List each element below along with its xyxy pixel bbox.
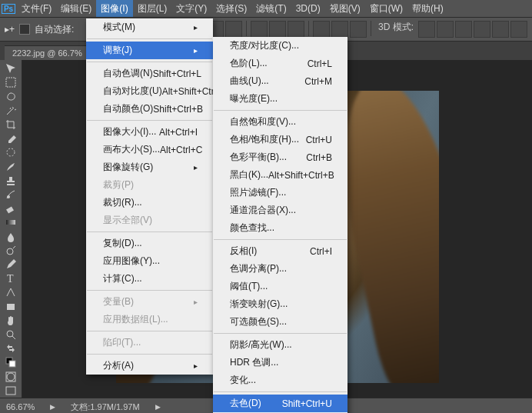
rect-tool-icon[interactable] bbox=[2, 300, 20, 312]
menu-item[interactable]: 画布大小(S)...Alt+Ctrl+C bbox=[86, 141, 213, 158]
menu-item[interactable]: 渐变映射(G)... bbox=[213, 295, 347, 313]
menu-item[interactable]: HDR 色调... bbox=[213, 354, 347, 371]
menu-item[interactable]: 黑白(K)...Alt+Shift+Ctrl+B bbox=[213, 166, 347, 184]
screen-tool-icon[interactable] bbox=[2, 385, 20, 397]
menu-item[interactable]: 自动对比度(U)Alt+Shift+Ctrl+L bbox=[86, 82, 213, 100]
qmask-tool-icon[interactable] bbox=[2, 370, 20, 382]
menu-item[interactable]: 分析(A) bbox=[86, 357, 213, 375]
3d-icon[interactable] bbox=[474, 21, 490, 38]
menu-item-shortcut: Shift+Ctrl+L bbox=[153, 68, 201, 79]
marquee-tool-icon[interactable] bbox=[2, 76, 20, 88]
align-icon[interactable] bbox=[225, 21, 242, 38]
menu-5[interactable]: 选择(S) bbox=[211, 0, 251, 17]
wand-tool-icon[interactable] bbox=[2, 105, 20, 117]
3d-icon[interactable] bbox=[437, 21, 454, 38]
svg-rect-3 bbox=[6, 207, 14, 214]
menu-item[interactable]: 色彩平衡(B)...Ctrl+B bbox=[213, 148, 347, 166]
menu-item[interactable]: 调整(J) bbox=[86, 42, 213, 59]
menu-item[interactable]: 阴影/高光(W)... bbox=[213, 336, 347, 354]
menu-item[interactable]: 曲线(U)...Ctrl+M bbox=[213, 72, 347, 90]
menu-6[interactable]: 滤镜(T) bbox=[251, 0, 291, 17]
menu-item[interactable]: 色调分离(P)... bbox=[213, 260, 347, 278]
3d-icon[interactable] bbox=[455, 21, 472, 38]
menu-item: 变量(B) bbox=[86, 293, 213, 311]
distribute-icon[interactable] bbox=[331, 21, 348, 38]
history-tool-icon[interactable] bbox=[2, 188, 20, 201]
stamp-tool-icon[interactable] bbox=[2, 175, 20, 187]
menu-item[interactable]: 计算(C)... bbox=[86, 270, 213, 288]
menu-item[interactable]: 阈值(T)... bbox=[213, 278, 347, 295]
path-tool-icon[interactable] bbox=[2, 286, 20, 298]
menu-10[interactable]: 帮助(H) bbox=[407, 0, 448, 17]
move-tool-icon[interactable] bbox=[2, 62, 20, 75]
eyedrop-tool-icon[interactable] bbox=[2, 132, 20, 145]
menu-item[interactable]: 颜色查找... bbox=[213, 219, 347, 237]
menu-item[interactable]: 去色(D)Shift+Ctrl+U bbox=[213, 395, 347, 412]
lasso-tool-icon[interactable] bbox=[2, 90, 20, 102]
menu-item[interactable]: 色阶(L)...Ctrl+L bbox=[213, 55, 347, 72]
menu-9[interactable]: 窗口(W) bbox=[365, 0, 407, 17]
menu-4[interactable]: 文字(Y) bbox=[171, 0, 211, 17]
gradient-tool-icon[interactable] bbox=[2, 216, 20, 228]
separator bbox=[87, 231, 212, 232]
auto-select-checkbox[interactable] bbox=[19, 24, 30, 35]
menu-8[interactable]: 视图(V) bbox=[325, 0, 365, 17]
menu-item[interactable]: 照片滤镜(F)... bbox=[213, 184, 347, 202]
menu-item[interactable]: 图像旋转(G) bbox=[86, 158, 213, 176]
fgbg-tool-icon[interactable] bbox=[2, 356, 20, 368]
menu-0[interactable]: 文件(F) bbox=[17, 0, 56, 17]
menu-item-label: 分析(A) bbox=[103, 359, 134, 372]
menu-item-label: 计算(C)... bbox=[103, 272, 142, 285]
separator bbox=[214, 333, 347, 334]
swap-tool-icon[interactable] bbox=[2, 342, 20, 355]
menu-item-shortcut: Shift+Ctrl+B bbox=[153, 104, 203, 115]
menu-7[interactable]: 3D(D) bbox=[291, 0, 325, 17]
menu-item[interactable]: 裁切(R)... bbox=[86, 194, 213, 211]
pen-tool-icon[interactable] bbox=[2, 258, 20, 271]
brush-tool-icon[interactable] bbox=[2, 160, 20, 172]
3d-icon[interactable] bbox=[510, 21, 527, 38]
menu-1[interactable]: 编辑(E) bbox=[56, 0, 96, 17]
heal-tool-icon[interactable] bbox=[2, 146, 20, 158]
crop-tool-icon[interactable] bbox=[2, 118, 20, 131]
menu-item[interactable]: 反相(I)Ctrl+I bbox=[213, 242, 347, 260]
distribute-icon[interactable] bbox=[269, 21, 286, 38]
menu-2[interactable]: 图像(I) bbox=[96, 0, 132, 17]
hand-tool-icon[interactable] bbox=[2, 315, 20, 327]
menu-item[interactable]: 曝光度(E)... bbox=[213, 90, 347, 108]
menu-item-label: 颜色查找... bbox=[230, 221, 274, 235]
distribute-icon[interactable] bbox=[251, 21, 268, 38]
distribute-icon[interactable] bbox=[288, 21, 304, 38]
menu-item[interactable]: 变化... bbox=[213, 371, 347, 389]
menu-item[interactable]: 应用图像(Y)... bbox=[86, 252, 213, 270]
menu-item-label: 应用图像(Y)... bbox=[103, 255, 160, 268]
menu-item[interactable]: 模式(M) bbox=[86, 18, 213, 36]
distribute-icon[interactable] bbox=[313, 21, 330, 38]
menu-item[interactable]: 复制(D)... bbox=[86, 235, 213, 252]
menu-item[interactable]: 自动色调(N)Shift+Ctrl+L bbox=[86, 65, 213, 82]
menu-item-label: 图像大小(I)... bbox=[103, 125, 156, 138]
tab-document[interactable]: 2232.jpg @ 66.7% × bbox=[5, 45, 99, 60]
3d-icon[interactable] bbox=[492, 21, 509, 38]
zoom-tool-icon[interactable] bbox=[2, 328, 20, 341]
blur-tool-icon[interactable] bbox=[2, 230, 20, 242]
menu-item[interactable]: 自动颜色(O)Shift+Ctrl+B bbox=[86, 100, 213, 118]
menu-item[interactable]: 可选颜色(S)... bbox=[213, 313, 347, 331]
menu-item[interactable]: 通道混合器(X)... bbox=[213, 202, 347, 219]
3d-icon[interactable] bbox=[418, 21, 435, 38]
menu-item[interactable]: 图像大小(I)...Alt+Ctrl+I bbox=[86, 123, 213, 141]
eraser-tool-icon[interactable] bbox=[2, 202, 20, 215]
menu-item[interactable]: 色相/饱和度(H)...Ctrl+U bbox=[213, 131, 347, 148]
menu-item[interactable]: 自然饱和度(V)... bbox=[213, 113, 347, 131]
menu-item-label: HDR 色调... bbox=[230, 356, 278, 369]
dodge-tool-icon[interactable] bbox=[2, 245, 20, 257]
menu-item-label: 亮度/对比度(C)... bbox=[230, 39, 299, 52]
zoom-level[interactable]: 66.67% bbox=[6, 402, 35, 411]
menu-item-label: 复制(D)... bbox=[103, 237, 142, 250]
svg-rect-7 bbox=[7, 304, 15, 310]
svg-point-1 bbox=[7, 148, 15, 156]
menu-3[interactable]: 图层(L) bbox=[133, 0, 172, 17]
distribute-icon[interactable] bbox=[350, 21, 367, 38]
type-tool-icon[interactable]: T bbox=[2, 272, 20, 285]
menu-item[interactable]: 亮度/对比度(C)... bbox=[213, 37, 347, 55]
